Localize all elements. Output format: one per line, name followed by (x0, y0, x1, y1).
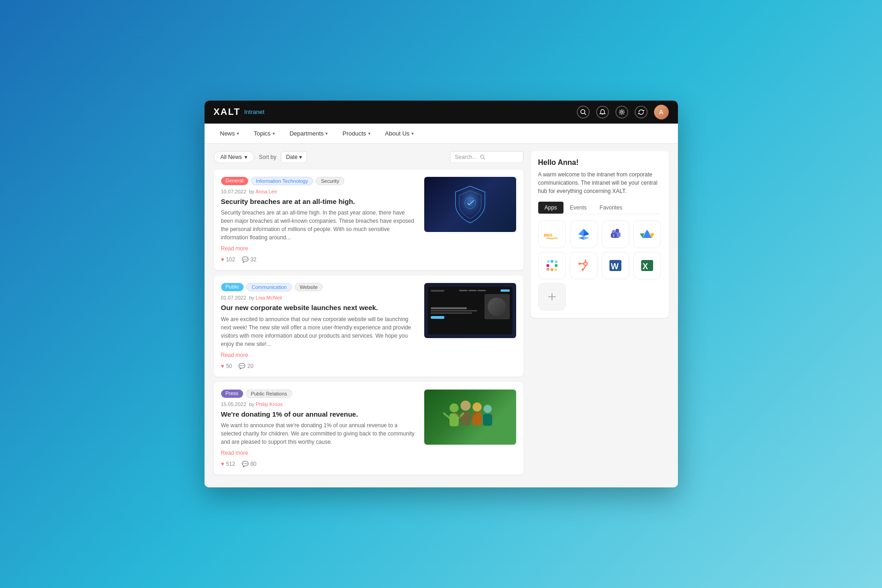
chevron-down-icon: ▾ (411, 131, 414, 136)
nav-item-products[interactable]: Products ▾ (336, 127, 376, 140)
article-2-content: Public Communication Website 01.07.2022 … (221, 283, 418, 369)
article-3-comments: 💬 80 (242, 461, 256, 467)
main-content: All News ▾ Sort by Date ▾ Search... (205, 144, 678, 488)
search-icon[interactable] (577, 106, 590, 119)
svg-rect-30 (551, 260, 553, 263)
nav-item-about[interactable]: About Us ▾ (379, 127, 420, 140)
aws-logo: aws (544, 229, 560, 239)
article-2-stats: ♥ 50 💬 20 (221, 363, 418, 369)
nav-item-departments[interactable]: Departments ▾ (283, 127, 334, 140)
svg-point-23 (612, 230, 615, 233)
article-2-tags: Public Communication Website (221, 283, 418, 291)
filter-bar: All News ▾ Sort by Date ▾ Search... (214, 151, 524, 163)
article-3-stats: ♥ 512 💬 80 (221, 461, 418, 467)
tag-it[interactable]: Information Technology (251, 177, 313, 185)
logo-intranet: Intranet (244, 108, 264, 115)
drive-logo (639, 226, 655, 243)
article-2-read-more[interactable]: Read more (221, 352, 418, 358)
comment-icon: 💬 (242, 256, 249, 263)
user-avatar[interactable]: A (654, 105, 669, 119)
app-aws[interactable]: aws (538, 220, 566, 248)
avatar-initials: A (659, 108, 663, 116)
article-1-comments: 💬 32 (242, 256, 256, 263)
search-box[interactable]: Search... (450, 151, 524, 163)
sort-select[interactable]: Date ▾ (281, 151, 307, 163)
jira-logo (575, 226, 592, 243)
svg-line-15 (444, 413, 450, 418)
news-article-3: Press Public Relations 15.05.2022 by Phi… (214, 382, 524, 475)
tag-communication[interactable]: Communication (246, 283, 291, 291)
app-drive[interactable] (633, 220, 661, 248)
logo-xalt: XALT (214, 107, 241, 117)
sort-label: Sort by (259, 154, 276, 160)
tab-favorites[interactable]: Favorites (593, 202, 629, 214)
top-bar: XALT Intranet (205, 101, 678, 124)
chevron-down-icon: ▾ (299, 154, 302, 160)
svg-point-9 (461, 401, 471, 411)
app-slack[interactable] (538, 252, 566, 279)
nav-bar: News ▾ Topics ▾ Departments ▾ Products ▾… (205, 124, 678, 144)
nav-item-topics[interactable]: Topics ▾ (247, 127, 281, 140)
news-column: All News ▾ Sort by Date ▾ Search... (214, 151, 524, 481)
news-article-2: Public Communication Website 01.07.2022 … (214, 276, 524, 377)
chevron-down-icon: ▾ (325, 131, 328, 136)
svg-text:T: T (613, 234, 615, 237)
svg-rect-31 (547, 260, 550, 263)
article-2-likes: ♥ 50 (221, 363, 232, 369)
sidebar-welcome-card: Hello Anna! A warm welcome to the intran… (531, 151, 669, 318)
svg-point-4 (480, 155, 484, 158)
article-3-read-more[interactable]: Read more (221, 450, 418, 456)
tag-press[interactable]: Press (221, 390, 243, 398)
tag-website[interactable]: Website (295, 283, 323, 291)
svg-text:aws: aws (544, 232, 552, 237)
app-excel[interactable]: X (633, 252, 661, 279)
tag-security[interactable]: Security (316, 177, 344, 185)
article-1-read-more[interactable]: Read more (221, 245, 418, 252)
tag-general[interactable]: General (221, 177, 248, 185)
nav-item-news[interactable]: News ▾ (214, 127, 246, 140)
sync-icon[interactable] (635, 106, 648, 119)
comment-icon: 💬 (242, 461, 249, 467)
svg-point-7 (450, 403, 459, 413)
bell-icon[interactable] (596, 106, 609, 119)
app-add-button[interactable] (538, 283, 566, 311)
svg-text:W: W (611, 262, 619, 271)
search-icon (480, 154, 485, 160)
tab-events[interactable]: Events (563, 202, 593, 214)
app-teams[interactable]: T (602, 220, 629, 248)
plus-icon (546, 291, 558, 302)
hubspot-logo (575, 257, 592, 274)
article-1-stats: ♥ 102 💬 32 (221, 256, 418, 263)
svg-line-1 (584, 113, 586, 115)
app-hubspot[interactable] (570, 252, 597, 279)
article-1-likes: ♥ 102 (221, 256, 235, 263)
tab-apps[interactable]: Apps (538, 202, 563, 214)
svg-point-0 (580, 109, 585, 113)
svg-rect-27 (546, 268, 549, 271)
svg-rect-32 (551, 268, 553, 271)
all-news-filter[interactable]: All News ▾ (214, 151, 255, 163)
slack-logo (544, 258, 560, 273)
sidebar: Hello Anna! A warm welcome to the intran… (531, 151, 669, 481)
teams-logo: T (607, 226, 624, 243)
article-1-image (424, 177, 516, 232)
chevron-down-icon: ▾ (237, 131, 239, 136)
tag-pr[interactable]: Public Relations (246, 390, 292, 398)
svg-point-13 (484, 405, 492, 413)
svg-point-21 (615, 229, 619, 232)
app-jira[interactable] (570, 220, 597, 248)
svg-line-5 (484, 158, 485, 159)
svg-text:X: X (643, 262, 648, 271)
svg-rect-33 (554, 268, 557, 271)
article-3-excerpt: We want to announce that we're donating … (221, 421, 418, 446)
hello-title: Hello Anna! (538, 158, 661, 167)
heart-icon: ♥ (221, 461, 224, 467)
shield-image (452, 184, 489, 225)
svg-point-37 (578, 262, 580, 265)
article-2-title: Our new corporate website launches next … (221, 303, 418, 312)
search-placeholder: Search... (455, 154, 477, 160)
settings-icon[interactable] (615, 106, 628, 119)
app-word[interactable]: W (602, 252, 629, 279)
tag-public[interactable]: Public (221, 283, 244, 291)
article-3-title: We're donating 1% of our annual revenue. (221, 410, 418, 419)
